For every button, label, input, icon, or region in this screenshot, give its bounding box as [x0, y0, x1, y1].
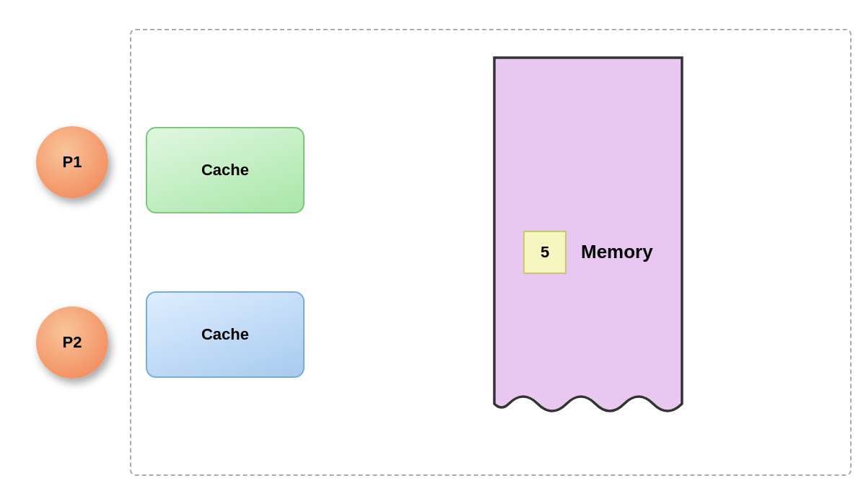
processor-p2-label: P2 — [63, 333, 82, 352]
memory-label: Memory — [581, 241, 653, 263]
processors-column: P1 P2 — [14, 14, 130, 490]
memory-wrapper: 5 Memory — [341, 45, 836, 460]
cache-box-2: Cache — [146, 291, 305, 378]
shared-bus-region: Cache Cache 5 Memory — [130, 29, 852, 476]
cache-1-label: Cache — [201, 161, 249, 180]
memory-content: 5 Memory — [502, 231, 653, 274]
caches-column: Cache Cache — [146, 45, 312, 460]
processor-p1-label: P1 — [63, 153, 82, 172]
memory-cell-value: 5 — [541, 243, 549, 262]
memory-cell: 5 — [523, 231, 567, 274]
memory-shape: 5 Memory — [487, 50, 689, 454]
cache-2-label: Cache — [201, 325, 249, 344]
cache-box-1: Cache — [146, 127, 305, 213]
diagram-container: P1 P2 Cache Cache 5 — [14, 14, 852, 490]
processor-p1: P1 — [36, 126, 108, 198]
processor-p2: P2 — [36, 306, 108, 379]
